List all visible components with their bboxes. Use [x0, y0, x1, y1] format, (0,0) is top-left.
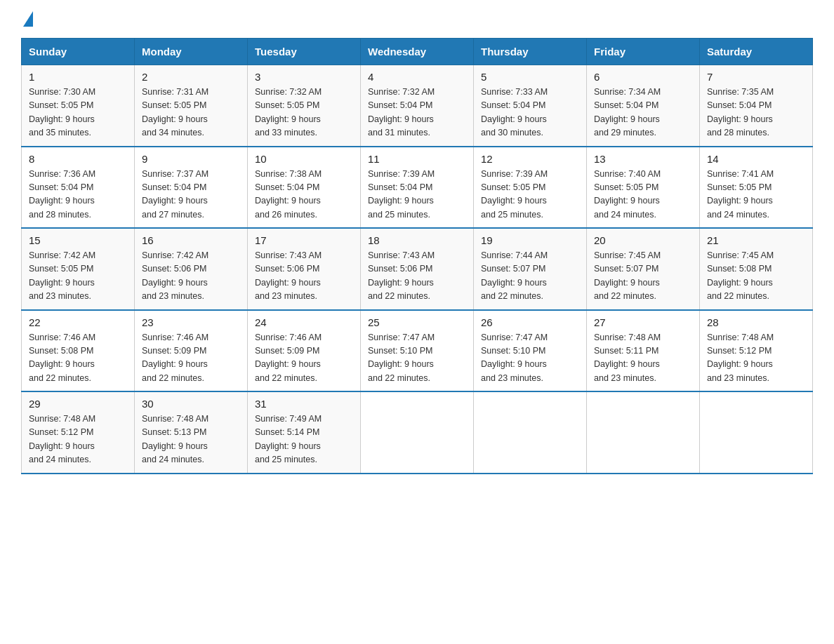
- day-cell: 18 Sunrise: 7:43 AMSunset: 5:06 PMDaylig…: [361, 228, 474, 310]
- day-cell: 15 Sunrise: 7:42 AMSunset: 5:05 PMDaylig…: [22, 228, 135, 310]
- day-info: Sunrise: 7:47 AMSunset: 5:10 PMDaylight:…: [368, 333, 435, 383]
- day-info: Sunrise: 7:32 AMSunset: 5:05 PMDaylight:…: [255, 87, 322, 137]
- day-number: 17: [255, 234, 353, 246]
- day-info: Sunrise: 7:45 AMSunset: 5:07 PMDaylight:…: [594, 250, 661, 301]
- day-number: 10: [255, 153, 353, 165]
- day-info: Sunrise: 7:43 AMSunset: 5:06 PMDaylight:…: [368, 250, 435, 301]
- day-number: 2: [142, 71, 240, 83]
- day-number: 3: [255, 71, 353, 83]
- day-number: 30: [142, 398, 240, 410]
- day-cell: 9 Sunrise: 7:37 AMSunset: 5:04 PMDayligh…: [135, 147, 248, 229]
- day-info: Sunrise: 7:35 AMSunset: 5:04 PMDaylight:…: [707, 87, 774, 137]
- day-cell: 31 Sunrise: 7:49 AMSunset: 5:14 PMDaylig…: [248, 391, 361, 474]
- calendar-table: SundayMondayTuesdayWednesdayThursdayFrid…: [21, 38, 813, 474]
- day-info: Sunrise: 7:34 AMSunset: 5:04 PMDaylight:…: [594, 87, 661, 137]
- day-cell: 14 Sunrise: 7:41 AMSunset: 5:05 PMDaylig…: [700, 147, 813, 229]
- day-cell: 10 Sunrise: 7:38 AMSunset: 5:04 PMDaylig…: [248, 147, 361, 229]
- logo-arrow-icon: [23, 11, 33, 27]
- logo: [21, 14, 33, 24]
- day-number: 1: [29, 71, 127, 83]
- day-info: Sunrise: 7:39 AMSunset: 5:05 PMDaylight:…: [481, 169, 548, 220]
- day-cell: 27 Sunrise: 7:48 AMSunset: 5:11 PMDaylig…: [587, 310, 700, 392]
- day-info: Sunrise: 7:46 AMSunset: 5:08 PMDaylight:…: [29, 333, 95, 383]
- day-number: 22: [29, 316, 127, 328]
- day-cell: 20 Sunrise: 7:45 AMSunset: 5:07 PMDaylig…: [587, 228, 700, 310]
- day-cell: 21 Sunrise: 7:45 AMSunset: 5:08 PMDaylig…: [700, 228, 813, 310]
- page-header: [21, 14, 813, 24]
- col-header-tuesday: Tuesday: [248, 39, 361, 65]
- day-cell: 30 Sunrise: 7:48 AMSunset: 5:13 PMDaylig…: [135, 391, 248, 474]
- day-cell: 25 Sunrise: 7:47 AMSunset: 5:10 PMDaylig…: [361, 310, 474, 392]
- day-info: Sunrise: 7:42 AMSunset: 5:05 PMDaylight:…: [29, 250, 95, 301]
- day-info: Sunrise: 7:45 AMSunset: 5:08 PMDaylight:…: [707, 250, 774, 301]
- day-number: 24: [255, 316, 353, 328]
- day-cell: 23 Sunrise: 7:46 AMSunset: 5:09 PMDaylig…: [135, 310, 248, 392]
- day-cell: 3 Sunrise: 7:32 AMSunset: 5:05 PMDayligh…: [248, 65, 361, 147]
- day-number: 8: [29, 153, 127, 165]
- day-info: Sunrise: 7:48 AMSunset: 5:12 PMDaylight:…: [707, 333, 774, 383]
- day-number: 5: [481, 71, 579, 83]
- day-number: 12: [481, 153, 579, 165]
- day-number: 25: [368, 316, 466, 328]
- week-row-3: 15 Sunrise: 7:42 AMSunset: 5:05 PMDaylig…: [22, 228, 813, 310]
- day-cell: 5 Sunrise: 7:33 AMSunset: 5:04 PMDayligh…: [474, 65, 587, 147]
- day-info: Sunrise: 7:46 AMSunset: 5:09 PMDaylight:…: [255, 333, 322, 383]
- day-info: Sunrise: 7:30 AMSunset: 5:05 PMDaylight:…: [29, 87, 95, 137]
- day-info: Sunrise: 7:46 AMSunset: 5:09 PMDaylight:…: [142, 333, 208, 383]
- day-number: 26: [481, 316, 579, 328]
- day-number: 9: [142, 153, 240, 165]
- day-info: Sunrise: 7:48 AMSunset: 5:11 PMDaylight:…: [594, 333, 661, 383]
- day-info: Sunrise: 7:47 AMSunset: 5:10 PMDaylight:…: [481, 333, 548, 383]
- day-cell: 28 Sunrise: 7:48 AMSunset: 5:12 PMDaylig…: [700, 310, 813, 392]
- day-number: 21: [707, 234, 805, 246]
- week-row-5: 29 Sunrise: 7:48 AMSunset: 5:12 PMDaylig…: [22, 391, 813, 474]
- day-cell: [700, 391, 813, 474]
- day-cell: 29 Sunrise: 7:48 AMSunset: 5:12 PMDaylig…: [22, 391, 135, 474]
- logo-text: [21, 14, 33, 27]
- day-info: Sunrise: 7:43 AMSunset: 5:06 PMDaylight:…: [255, 250, 322, 301]
- day-info: Sunrise: 7:40 AMSunset: 5:05 PMDaylight:…: [594, 169, 661, 220]
- day-number: 28: [707, 316, 805, 328]
- day-cell: 12 Sunrise: 7:39 AMSunset: 5:05 PMDaylig…: [474, 147, 587, 229]
- day-cell: 19 Sunrise: 7:44 AMSunset: 5:07 PMDaylig…: [474, 228, 587, 310]
- day-info: Sunrise: 7:49 AMSunset: 5:14 PMDaylight:…: [255, 414, 322, 464]
- day-number: 11: [368, 153, 466, 165]
- day-info: Sunrise: 7:48 AMSunset: 5:13 PMDaylight:…: [142, 414, 208, 464]
- week-row-2: 8 Sunrise: 7:36 AMSunset: 5:04 PMDayligh…: [22, 147, 813, 229]
- day-cell: 6 Sunrise: 7:34 AMSunset: 5:04 PMDayligh…: [587, 65, 700, 147]
- day-number: 7: [707, 71, 805, 83]
- day-cell: 26 Sunrise: 7:47 AMSunset: 5:10 PMDaylig…: [474, 310, 587, 392]
- day-info: Sunrise: 7:36 AMSunset: 5:04 PMDaylight:…: [29, 169, 95, 220]
- day-number: 13: [594, 153, 692, 165]
- day-cell: 1 Sunrise: 7:30 AMSunset: 5:05 PMDayligh…: [22, 65, 135, 147]
- day-number: 19: [481, 234, 579, 246]
- day-cell: 7 Sunrise: 7:35 AMSunset: 5:04 PMDayligh…: [700, 65, 813, 147]
- day-cell: 13 Sunrise: 7:40 AMSunset: 5:05 PMDaylig…: [587, 147, 700, 229]
- day-number: 31: [255, 398, 353, 410]
- day-number: 4: [368, 71, 466, 83]
- day-info: Sunrise: 7:44 AMSunset: 5:07 PMDaylight:…: [481, 250, 548, 301]
- day-cell: 2 Sunrise: 7:31 AMSunset: 5:05 PMDayligh…: [135, 65, 248, 147]
- day-cell: 16 Sunrise: 7:42 AMSunset: 5:06 PMDaylig…: [135, 228, 248, 310]
- day-cell: [587, 391, 700, 474]
- day-number: 29: [29, 398, 127, 410]
- day-cell: [474, 391, 587, 474]
- day-cell: 17 Sunrise: 7:43 AMSunset: 5:06 PMDaylig…: [248, 228, 361, 310]
- day-number: 15: [29, 234, 127, 246]
- day-info: Sunrise: 7:42 AMSunset: 5:06 PMDaylight:…: [142, 250, 208, 301]
- day-cell: [361, 391, 474, 474]
- col-header-thursday: Thursday: [474, 39, 587, 65]
- day-info: Sunrise: 7:33 AMSunset: 5:04 PMDaylight:…: [481, 87, 548, 137]
- col-header-friday: Friday: [587, 39, 700, 65]
- col-header-saturday: Saturday: [700, 39, 813, 65]
- day-number: 14: [707, 153, 805, 165]
- day-number: 27: [594, 316, 692, 328]
- day-number: 23: [142, 316, 240, 328]
- day-info: Sunrise: 7:41 AMSunset: 5:05 PMDaylight:…: [707, 169, 774, 220]
- day-number: 18: [368, 234, 466, 246]
- day-info: Sunrise: 7:32 AMSunset: 5:04 PMDaylight:…: [368, 87, 435, 137]
- day-cell: 22 Sunrise: 7:46 AMSunset: 5:08 PMDaylig…: [22, 310, 135, 392]
- week-row-1: 1 Sunrise: 7:30 AMSunset: 5:05 PMDayligh…: [22, 65, 813, 147]
- day-cell: 8 Sunrise: 7:36 AMSunset: 5:04 PMDayligh…: [22, 147, 135, 229]
- day-number: 16: [142, 234, 240, 246]
